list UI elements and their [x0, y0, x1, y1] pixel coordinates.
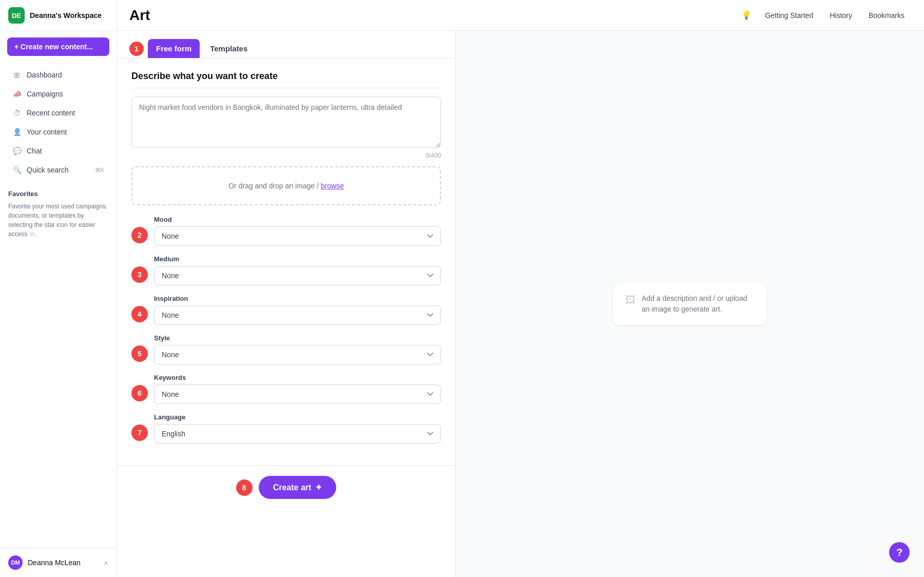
language-label: Language — [154, 413, 441, 421]
inspiration-select[interactable]: None Impressionism Surrealism Realism Ab… — [154, 305, 441, 325]
step-badge-6: 6 — [131, 385, 148, 401]
user-icon: 👤 — [12, 127, 22, 137]
chevron-up-icon: ∧ — [104, 559, 108, 566]
sidebar-item-label: Chat — [27, 147, 42, 155]
chat-icon: 💬 — [12, 146, 22, 156]
section-title: Describe what you want to create — [131, 71, 441, 88]
image-placeholder-icon: 🖼 — [625, 294, 636, 306]
user-avatar: DM — [8, 555, 23, 570]
form-body: Describe what you want to create 0/400 O… — [117, 59, 455, 465]
sidebar-item-label: Dashboard — [27, 71, 62, 79]
step-badge-8: 8 — [236, 479, 253, 496]
mood-content: Mood None Happy Sad Dramatic Calm Energe… — [154, 216, 441, 246]
medium-row: 3 Medium None Oil painting Watercolor Di… — [131, 255, 441, 285]
topbar: Art 💡 Getting Started History Bookmarks — [117, 0, 924, 31]
keywords-row: 6 Keywords None — [131, 374, 441, 404]
inspiration-row: 4 Inspiration None Impressionism Surreal… — [131, 295, 441, 325]
sidebar-item-chat[interactable]: 💬 Chat — [4, 142, 112, 160]
user-name: Deanna McLean — [28, 559, 81, 567]
tab-templates[interactable]: Templates — [202, 39, 256, 58]
content-area: 1 Free form Templates Describe what you … — [117, 31, 924, 577]
sidebar-item-recent[interactable]: ⏱ Recent content — [4, 104, 112, 122]
style-select[interactable]: None Photorealistic Cartoon Anime Fantas… — [154, 345, 441, 364]
topbar-actions: 💡 Getting Started History Bookmarks — [737, 6, 912, 24]
char-count: 0/400 — [131, 152, 441, 159]
create-art-button[interactable]: Create art ✦ — [259, 476, 337, 499]
grid-icon: ⊞ — [12, 70, 22, 80]
user-info: DM Deanna McLean — [8, 555, 81, 570]
step-badge-3: 3 — [131, 266, 148, 283]
history-button[interactable]: History — [822, 7, 859, 24]
step-badge-1: 1 — [129, 42, 144, 56]
step-badge-4: 4 — [131, 306, 148, 322]
favorites-section: Favorites Favorite your most used campai… — [0, 183, 117, 548]
medium-label: Medium — [154, 255, 441, 263]
step-badge-5: 5 — [131, 345, 148, 362]
mood-row: 2 Mood None Happy Sad Dramatic Calm Ener… — [131, 216, 441, 246]
keywords-content: Keywords None — [154, 374, 441, 404]
workspace-header: DE Deanna's Workspace — [0, 0, 117, 31]
inspiration-content: Inspiration None Impressionism Surrealis… — [154, 295, 441, 325]
sidebar-item-label: Campaigns — [27, 90, 63, 98]
page-title: Art — [129, 7, 150, 24]
clock-icon: ⏱ — [12, 108, 22, 118]
light-bulb-button[interactable]: 💡 — [737, 6, 756, 24]
medium-content: Medium None Oil painting Watercolor Digi… — [154, 255, 441, 285]
browse-link[interactable]: browse — [321, 182, 344, 190]
medium-select[interactable]: None Oil painting Watercolor Digital art… — [154, 266, 441, 285]
language-select[interactable]: English Spanish French German Japanese — [154, 424, 441, 444]
inspiration-label: Inspiration — [154, 295, 441, 302]
favorites-title: Favorites — [8, 190, 108, 198]
nav-section: ⊞ Dashboard 📣 Campaigns ⏱ Recent content… — [0, 62, 117, 183]
create-art-section: 8 Create art ✦ — [117, 465, 455, 509]
tabs-header: 1 Free form Templates — [117, 31, 455, 59]
language-content: Language English Spanish French German J… — [154, 413, 441, 444]
create-art-label: Create art — [273, 483, 312, 492]
preview-panel: 🖼 Add a description and / or upload an i… — [456, 31, 924, 577]
description-textarea[interactable] — [131, 97, 441, 148]
mood-select[interactable]: None Happy Sad Dramatic Calm Energetic — [154, 226, 441, 246]
sidebar-item-label: Your content — [27, 128, 67, 136]
search-icon: 🔍 — [12, 165, 22, 175]
style-row: 5 Style None Photorealistic Cartoon Anim… — [131, 334, 441, 364]
keywords-select[interactable]: None — [154, 384, 441, 404]
sidebar-item-label: Recent content — [27, 109, 75, 117]
sidebar-item-label: Quick search — [27, 166, 69, 174]
workspace-avatar: DE — [8, 7, 25, 24]
getting-started-button[interactable]: Getting Started — [758, 7, 820, 24]
keyboard-shortcut: ⌘K — [95, 167, 104, 174]
step-badge-2: 2 — [131, 227, 148, 243]
megaphone-icon: 📣 — [12, 89, 22, 99]
sidebar: DE Deanna's Workspace + Create new conte… — [0, 0, 117, 577]
drop-zone-text: Or drag and drop an image / — [228, 182, 321, 190]
main-area: Art 💡 Getting Started History Bookmarks … — [117, 0, 924, 577]
image-drop-zone[interactable]: Or drag and drop an image / browse — [131, 166, 441, 205]
language-row: 7 Language English Spanish French German… — [131, 413, 441, 444]
sidebar-footer: DM Deanna McLean ∧ — [0, 548, 117, 577]
style-content: Style None Photorealistic Cartoon Anime … — [154, 334, 441, 364]
bookmarks-button[interactable]: Bookmarks — [861, 7, 912, 24]
preview-hint-text: Add a description and / or upload an ima… — [642, 293, 755, 315]
workspace-name: Deanna's Workspace — [30, 11, 102, 20]
sidebar-item-your-content[interactable]: 👤 Your content — [4, 123, 112, 141]
tab-free-form[interactable]: Free form — [148, 39, 200, 58]
sparkle-icon: ✦ — [315, 483, 322, 492]
style-label: Style — [154, 334, 441, 342]
mood-label: Mood — [154, 216, 441, 223]
step-badge-7: 7 — [131, 425, 148, 441]
sidebar-item-campaigns[interactable]: 📣 Campaigns — [4, 85, 112, 103]
sidebar-item-quick-search[interactable]: 🔍 Quick search ⌘K — [4, 161, 112, 179]
preview-hint-card: 🖼 Add a description and / or upload an i… — [613, 283, 767, 325]
sidebar-item-dashboard[interactable]: ⊞ Dashboard — [4, 66, 112, 84]
form-panel: 1 Free form Templates Describe what you … — [117, 31, 456, 577]
create-new-button[interactable]: + Create new content... — [7, 37, 109, 56]
keywords-label: Keywords — [154, 374, 441, 381]
favorites-hint: Favorite your most used campaigns, docum… — [8, 202, 108, 239]
help-button[interactable]: ? — [889, 542, 910, 563]
